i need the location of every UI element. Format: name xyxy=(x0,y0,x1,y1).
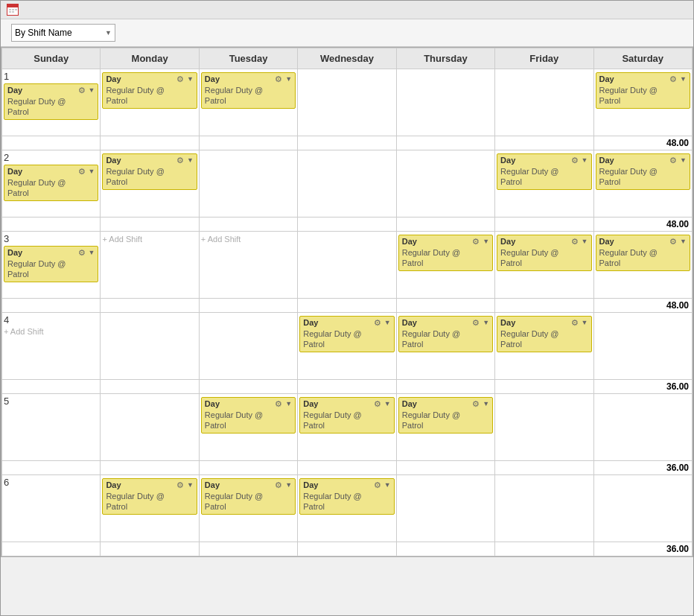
shift-block: Day ⚙ ▼ Regular Duty @Patrol xyxy=(102,478,197,515)
gear-icon[interactable]: ⚙ xyxy=(669,237,678,246)
week-row: 3 Day ⚙ ▼ Regular Duty @Patrol + Add Shi… xyxy=(2,232,693,299)
shift-name: Day xyxy=(303,318,318,327)
week3-friday-cell: Day ⚙ ▼ Regular Duty @Patrol xyxy=(495,232,593,299)
gear-icon[interactable]: ⚙ xyxy=(571,156,580,165)
dropdown-arrow-icon[interactable]: ▼ xyxy=(582,238,588,245)
shift-body: Regular Duty @Patrol xyxy=(500,166,588,188)
dropdown-arrow-icon[interactable]: ▼ xyxy=(582,156,588,164)
shift-block: Day ⚙ ▼ Regular Duty @Patrol xyxy=(596,72,690,109)
shift-header: Day ⚙ ▼ xyxy=(599,156,687,165)
add-shift-link[interactable]: + Add Shift xyxy=(102,235,197,244)
week-total-row: 36.00 xyxy=(2,461,693,475)
dropdown-arrow-icon[interactable]: ▼ xyxy=(483,238,489,245)
gear-icon[interactable]: ⚙ xyxy=(275,74,284,83)
gear-icon[interactable]: ⚙ xyxy=(374,318,383,327)
gear-icon[interactable]: ⚙ xyxy=(176,156,185,165)
shift-controls[interactable]: ⚙ ▼ xyxy=(571,318,588,327)
gear-icon[interactable]: ⚙ xyxy=(374,399,383,408)
week-total: 36.00 xyxy=(593,461,692,475)
gear-icon[interactable]: ⚙ xyxy=(78,248,87,257)
shift-controls[interactable]: ⚙ ▼ xyxy=(571,237,588,246)
total-spacer xyxy=(199,380,297,394)
dropdown-arrow-icon[interactable]: ▼ xyxy=(187,156,194,164)
shift-controls[interactable]: ⚙ ▼ xyxy=(472,237,489,246)
week3-saturday-cell: Day ⚙ ▼ Regular Duty @Patrol xyxy=(593,232,692,299)
gear-icon[interactable]: ⚙ xyxy=(176,74,185,83)
week-row: 5 Day ⚙ ▼ Regular Duty @Patrol Day ⚙ ▼ R… xyxy=(2,394,693,461)
shift-controls[interactable]: ⚙ ▼ xyxy=(669,156,687,165)
calendar-table: Sunday Monday Tuesday Wednesday Thursday… xyxy=(1,48,693,556)
gear-icon[interactable]: ⚙ xyxy=(176,480,185,489)
total-spacer xyxy=(495,380,593,394)
shift-controls[interactable]: ⚙ ▼ xyxy=(78,248,95,257)
total-spacer xyxy=(101,217,199,232)
dropdown-arrow-icon[interactable]: ▼ xyxy=(680,75,687,83)
color-coding-select[interactable]: By Shift Name By Position By Employee xyxy=(11,24,115,42)
shift-controls[interactable]: ⚙ ▼ xyxy=(669,237,687,246)
add-shift-link[interactable]: + Add Shift xyxy=(4,327,98,336)
dropdown-arrow-icon[interactable]: ▼ xyxy=(384,400,391,407)
week-row: 2 Day ⚙ ▼ Regular Duty @Patrol Day ⚙ ▼ R… xyxy=(2,150,693,217)
shift-body: Regular Duty @Patrol xyxy=(500,247,588,269)
shift-controls[interactable]: ⚙ ▼ xyxy=(472,318,489,327)
shift-controls[interactable]: ⚙ ▼ xyxy=(176,156,194,165)
header-monday: Monday xyxy=(101,48,199,69)
dropdown-arrow-icon[interactable]: ▼ xyxy=(285,400,292,407)
gear-icon[interactable]: ⚙ xyxy=(275,480,284,489)
gear-icon[interactable]: ⚙ xyxy=(374,480,383,489)
dropdown-arrow-icon[interactable]: ▼ xyxy=(187,75,194,83)
shift-controls[interactable]: ⚙ ▼ xyxy=(78,167,95,176)
color-coding-select-wrapper[interactable]: By Shift Name By Position By Employee xyxy=(11,24,115,42)
dropdown-arrow-icon[interactable]: ▼ xyxy=(285,75,292,83)
total-spacer xyxy=(298,217,396,232)
dropdown-arrow-icon[interactable]: ▼ xyxy=(89,168,95,175)
shift-controls[interactable]: ⚙ ▼ xyxy=(275,74,292,83)
gear-icon[interactable]: ⚙ xyxy=(78,167,87,176)
dropdown-arrow-icon[interactable]: ▼ xyxy=(285,481,292,489)
dropdown-arrow-icon[interactable]: ▼ xyxy=(384,481,391,489)
dropdown-arrow-icon[interactable]: ▼ xyxy=(483,400,489,407)
gear-icon[interactable]: ⚙ xyxy=(669,74,678,83)
shift-controls[interactable]: ⚙ ▼ xyxy=(374,318,391,327)
dropdown-arrow-icon[interactable]: ▼ xyxy=(384,319,391,326)
dropdown-arrow-icon[interactable]: ▼ xyxy=(582,319,588,326)
week2-monday-cell: Day ⚙ ▼ Regular Duty @Patrol xyxy=(101,150,199,217)
shift-controls[interactable]: ⚙ ▼ xyxy=(374,480,391,489)
dropdown-arrow-icon[interactable]: ▼ xyxy=(680,156,687,164)
shift-controls[interactable]: ⚙ ▼ xyxy=(275,480,292,489)
shift-controls[interactable]: ⚙ ▼ xyxy=(669,74,687,83)
add-shift-link[interactable]: + Add Shift xyxy=(201,235,296,244)
total-spacer xyxy=(101,461,199,475)
gear-icon[interactable]: ⚙ xyxy=(472,318,481,327)
dropdown-arrow-icon[interactable]: ▼ xyxy=(680,238,687,245)
shift-header: Day ⚙ ▼ xyxy=(500,237,588,246)
shift-name: Day xyxy=(205,74,220,83)
shift-block: Day ⚙ ▼ Regular Duty @Patrol xyxy=(4,83,98,120)
shift-controls[interactable]: ⚙ ▼ xyxy=(472,399,489,408)
shift-controls[interactable]: ⚙ ▼ xyxy=(571,156,588,165)
shift-header: Day ⚙ ▼ xyxy=(402,237,489,246)
week4-thursday-cell: Day ⚙ ▼ Regular Duty @Patrol xyxy=(396,313,494,380)
gear-icon[interactable]: ⚙ xyxy=(571,237,580,246)
shift-controls[interactable]: ⚙ ▼ xyxy=(176,480,194,489)
total-spacer xyxy=(298,461,396,475)
shift-controls[interactable]: ⚙ ▼ xyxy=(275,399,292,408)
gear-icon[interactable]: ⚙ xyxy=(78,86,87,95)
gear-icon[interactable]: ⚙ xyxy=(472,237,481,246)
shift-name: Day xyxy=(599,156,614,165)
gear-icon[interactable]: ⚙ xyxy=(472,399,481,408)
dropdown-arrow-icon[interactable]: ▼ xyxy=(483,319,489,326)
gear-icon[interactable]: ⚙ xyxy=(669,156,678,165)
week1-monday-cell: Day ⚙ ▼ Regular Duty @Patrol xyxy=(101,69,199,136)
shift-block: Day ⚙ ▼ Regular Duty @Patrol xyxy=(299,316,394,352)
dropdown-arrow-icon[interactable]: ▼ xyxy=(187,481,194,489)
gear-icon[interactable]: ⚙ xyxy=(275,399,284,408)
gear-icon[interactable]: ⚙ xyxy=(571,318,580,327)
dropdown-arrow-icon[interactable]: ▼ xyxy=(89,86,95,94)
shift-controls[interactable]: ⚙ ▼ xyxy=(176,74,194,83)
shift-name: Day xyxy=(402,399,417,408)
shift-controls[interactable]: ⚙ ▼ xyxy=(374,399,391,408)
dropdown-arrow-icon[interactable]: ▼ xyxy=(89,249,95,256)
shift-body: Regular Duty @Patrol xyxy=(7,258,95,280)
shift-controls[interactable]: ⚙ ▼ xyxy=(78,86,95,95)
